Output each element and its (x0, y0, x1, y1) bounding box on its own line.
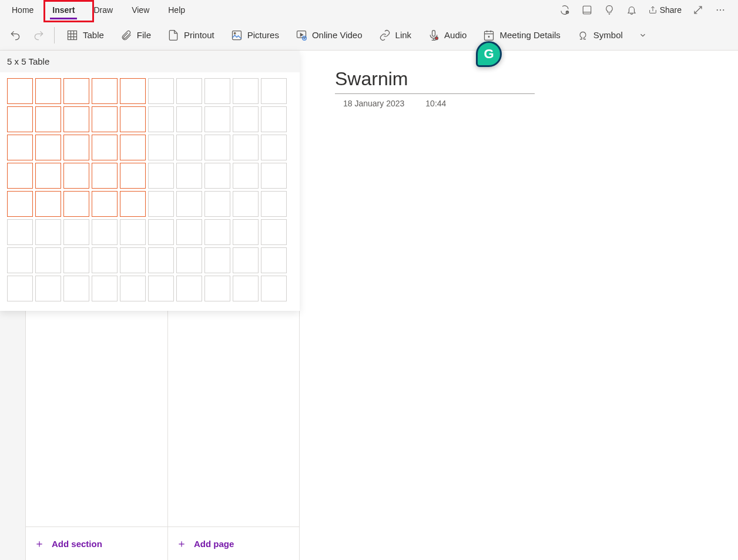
table-cell[interactable] (7, 135, 33, 160)
page-time[interactable]: 10:44 (425, 99, 446, 108)
page-canvas[interactable]: Swarnim 18 January 2023 10:44 (300, 51, 738, 560)
table-cell[interactable] (63, 135, 89, 160)
link-button[interactable]: Link (372, 26, 419, 45)
menu-insert[interactable]: Insert (43, 1, 84, 19)
menu-view[interactable]: View (122, 1, 159, 19)
table-cell[interactable] (92, 106, 118, 132)
table-cell[interactable] (261, 78, 287, 104)
table-cell[interactable] (63, 106, 89, 132)
fullscreen-icon[interactable] (687, 1, 709, 19)
table-cell[interactable] (204, 191, 230, 217)
table-cell[interactable] (233, 78, 259, 104)
share-button[interactable]: Share (643, 3, 686, 17)
table-cell[interactable] (233, 219, 259, 245)
table-cell[interactable] (176, 247, 202, 273)
table-cell[interactable] (92, 163, 118, 189)
feed-icon[interactable] (576, 1, 598, 19)
table-cell[interactable] (7, 78, 33, 104)
table-cell[interactable] (7, 106, 33, 132)
table-cell[interactable] (261, 247, 287, 273)
page-title[interactable]: Swarnim (335, 68, 535, 94)
menu-draw[interactable]: Draw (84, 1, 122, 19)
notification-icon[interactable] (621, 1, 642, 19)
table-cell[interactable] (35, 163, 61, 189)
table-cell[interactable] (261, 163, 287, 189)
online-video-button[interactable]: Online Video (289, 26, 370, 45)
table-cell[interactable] (7, 219, 33, 245)
audio-button[interactable]: Audio (421, 26, 474, 45)
table-cell[interactable] (120, 135, 146, 160)
table-cell[interactable] (92, 219, 118, 245)
table-cell[interactable] (148, 78, 174, 104)
table-cell[interactable] (233, 247, 259, 273)
table-cell[interactable] (63, 219, 89, 245)
table-cell[interactable] (92, 191, 118, 217)
table-cell[interactable] (35, 106, 61, 132)
table-cell[interactable] (7, 276, 33, 301)
table-cell[interactable] (35, 276, 61, 301)
table-cell[interactable] (7, 191, 33, 217)
table-cell[interactable] (35, 247, 61, 273)
table-cell[interactable] (148, 163, 174, 189)
table-cell[interactable] (35, 219, 61, 245)
table-cell[interactable] (176, 163, 202, 189)
table-cell[interactable] (176, 219, 202, 245)
table-cell[interactable] (261, 191, 287, 217)
table-cell[interactable] (148, 276, 174, 301)
table-cell[interactable] (7, 163, 33, 189)
table-cell[interactable] (233, 163, 259, 189)
table-cell[interactable] (261, 135, 287, 160)
table-cell[interactable] (204, 78, 230, 104)
lightbulb-icon[interactable] (599, 1, 620, 19)
table-cell[interactable] (261, 276, 287, 301)
menu-home[interactable]: Home (2, 1, 43, 19)
table-cell[interactable] (92, 78, 118, 104)
table-cell[interactable] (63, 163, 89, 189)
table-cell[interactable] (35, 78, 61, 104)
table-cell[interactable] (176, 276, 202, 301)
table-cell[interactable] (261, 106, 287, 132)
table-cell[interactable] (120, 276, 146, 301)
undo-button[interactable] (5, 26, 26, 45)
table-cell[interactable] (92, 276, 118, 301)
table-cell[interactable] (204, 135, 230, 160)
table-cell[interactable] (35, 135, 61, 160)
table-cell[interactable] (261, 219, 287, 245)
table-cell[interactable] (204, 163, 230, 189)
ribbon-chevron-icon[interactable] (632, 26, 653, 45)
table-cell[interactable] (204, 106, 230, 132)
table-cell[interactable] (148, 135, 174, 160)
table-cell[interactable] (176, 78, 202, 104)
table-grid[interactable] (0, 72, 300, 311)
table-cell[interactable] (204, 219, 230, 245)
table-cell[interactable] (92, 247, 118, 273)
table-cell[interactable] (92, 135, 118, 160)
table-cell[interactable] (148, 191, 174, 217)
table-cell[interactable] (176, 191, 202, 217)
symbol-button[interactable]: Symbol (570, 26, 630, 45)
table-cell[interactable] (204, 276, 230, 301)
table-cell[interactable] (63, 191, 89, 217)
table-cell[interactable] (233, 276, 259, 301)
table-cell[interactable] (63, 276, 89, 301)
page-date[interactable]: 18 January 2023 (343, 99, 404, 108)
table-cell[interactable] (120, 106, 146, 132)
add-page-button[interactable]: ＋ Add page (168, 527, 299, 560)
grammarly-widget[interactable]: G (476, 41, 502, 67)
table-cell[interactable] (7, 247, 33, 273)
redo-button[interactable] (28, 26, 49, 45)
table-cell[interactable] (233, 135, 259, 160)
table-cell[interactable] (176, 135, 202, 160)
menu-help[interactable]: Help (159, 1, 194, 19)
table-cell[interactable] (120, 163, 146, 189)
file-button[interactable]: File (113, 26, 158, 45)
more-icon[interactable] (710, 1, 731, 19)
table-cell[interactable] (120, 78, 146, 104)
table-cell[interactable] (120, 247, 146, 273)
table-cell[interactable] (148, 219, 174, 245)
table-cell[interactable] (148, 247, 174, 273)
table-cell[interactable] (120, 219, 146, 245)
sync-icon[interactable] (554, 1, 575, 19)
table-cell[interactable] (35, 191, 61, 217)
table-cell[interactable] (176, 106, 202, 132)
